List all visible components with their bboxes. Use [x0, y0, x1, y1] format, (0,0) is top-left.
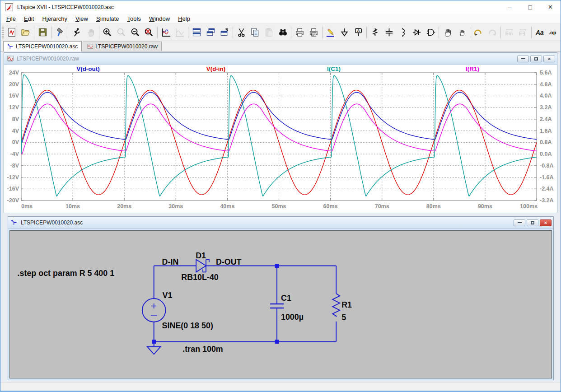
undo-button[interactable]: [472, 26, 486, 39]
step-directive[interactable]: .step oct param R 5 400 1: [18, 269, 115, 278]
menu-hierarchy[interactable]: Hierarchy: [38, 14, 71, 23]
drag-button[interactable]: [454, 26, 468, 39]
toolbar-separator: [157, 27, 158, 38]
v1-refdes[interactable]: V1: [163, 291, 173, 300]
net-label-din[interactable]: D-IN: [162, 257, 179, 266]
place-net-label-button[interactable]: [351, 26, 365, 39]
move-button[interactable]: [440, 26, 454, 39]
c1-refdes[interactable]: C1: [281, 294, 291, 303]
schematic-window-titlebar[interactable]: LTSPICEPW0010020.asc ×: [8, 217, 553, 229]
menu-simulate[interactable]: Simulate: [92, 14, 123, 23]
v1-value[interactable]: SINE(0 18 50): [162, 321, 213, 330]
cascade-windows-button[interactable]: [204, 26, 218, 39]
tile-windows-button[interactable]: [190, 26, 204, 39]
tab-waveform[interactable]: LTSPICEPW0010020.raw: [83, 42, 162, 51]
tran-directive[interactable]: .tran 100m: [182, 345, 223, 354]
close-button[interactable]: ×: [540, 1, 561, 14]
place-inductor-button[interactable]: [396, 26, 410, 39]
maximize-button[interactable]: □: [520, 1, 540, 14]
toolbar-separator: [51, 27, 51, 38]
place-ground-button[interactable]: [337, 26, 351, 39]
open-icon: [20, 27, 31, 37]
y-left-tick-label: -16V: [7, 186, 19, 192]
capacitor-c1[interactable]: [270, 304, 284, 308]
diode-d1[interactable]: [196, 260, 206, 272]
x-tick-label: 80ms: [426, 203, 441, 210]
paste-button: [262, 26, 276, 39]
diode-refdes[interactable]: D1: [196, 251, 206, 260]
copy-button[interactable]: [248, 26, 262, 39]
place-component-button[interactable]: [424, 26, 438, 39]
place-diode-button[interactable]: [410, 26, 424, 39]
place-resistor-button[interactable]: [368, 26, 382, 39]
y-left-tick-label: -20V: [7, 197, 19, 204]
child-minimize-button[interactable]: [517, 56, 529, 62]
r1-refdes[interactable]: R1: [341, 300, 352, 309]
waveform-window-titlebar[interactable]: LTSPICEPW0010020.raw ×: [4, 53, 557, 65]
place-text-icon: [535, 27, 545, 37]
waveform-plot[interactable]: 0ms10ms20ms30ms40ms50ms60ms70ms80ms90ms1…: [4, 65, 557, 213]
menu-view[interactable]: View: [71, 14, 92, 23]
place-capacitor-button[interactable]: [382, 26, 396, 39]
resistor-r1[interactable]: [332, 294, 340, 317]
arrange-windows-button[interactable]: [217, 26, 231, 39]
voltage-source-v1[interactable]: [142, 299, 166, 322]
child-restore-button[interactable]: [530, 56, 542, 62]
new-schematic-icon: [7, 27, 17, 37]
print-button[interactable]: [293, 26, 307, 39]
plot-settings-icon: [174, 27, 185, 37]
run-button[interactable]: [70, 26, 84, 39]
autorange-y-icon: [161, 27, 171, 37]
r1-value[interactable]: 5: [341, 313, 346, 322]
wires[interactable]: [142, 260, 340, 355]
open-button[interactable]: [19, 26, 33, 39]
toolbar-grip[interactable]: [2, 27, 4, 38]
title-bar[interactable]: LTspice XVII - LTSPICEPW0010020.asc – □ …: [0, 0, 561, 14]
net-label-dout[interactable]: D-OUT: [216, 257, 242, 266]
find-button[interactable]: [276, 26, 290, 39]
ltspice-app-window: LTspice XVII - LTSPICEPW0010020.asc – □ …: [0, 0, 561, 392]
spice-directive-button[interactable]: [547, 26, 561, 39]
zoom-out-icon: [130, 27, 140, 37]
place-diode-icon: [411, 27, 422, 37]
c1-value[interactable]: 1000µ: [281, 313, 304, 322]
legend-ic[interactable]: I(C1): [327, 65, 341, 72]
menu-help[interactable]: Help: [174, 14, 194, 23]
zoom-out-button[interactable]: [128, 26, 142, 39]
zoom-in-button[interactable]: [101, 26, 115, 39]
minimize-button[interactable]: –: [500, 1, 520, 14]
autorange-y-button[interactable]: [159, 26, 173, 39]
print-preview-icon: [309, 27, 319, 37]
waveform-window-title: LTSPICEPW0010020.raw: [17, 56, 516, 62]
legend-vout[interactable]: V(d-out): [76, 65, 100, 72]
child-minimize-button[interactable]: [514, 219, 525, 226]
schematic-canvas[interactable]: .step oct param R 5 400 1 D-IN D1 D-OUT …: [9, 230, 552, 378]
menu-tools[interactable]: Tools: [123, 14, 145, 23]
cut-button[interactable]: [234, 26, 248, 39]
menu-edit[interactable]: Edit: [20, 14, 38, 23]
print-preview-button[interactable]: [307, 26, 321, 39]
save-button[interactable]: [36, 26, 50, 39]
child-close-button[interactable]: ×: [540, 219, 552, 226]
new-schematic-button[interactable]: [5, 26, 19, 39]
paste-icon: [264, 27, 274, 37]
legend-vin[interactable]: V(d-in): [206, 65, 226, 72]
child-restore-button[interactable]: [527, 219, 538, 226]
tab-schematic[interactable]: LTSPICEPW0010020.asc: [3, 41, 82, 51]
zoom-full-extents-button[interactable]: [142, 26, 156, 39]
schematic-tab-icon: [7, 43, 14, 50]
edit-pencil-button[interactable]: [324, 26, 338, 39]
control-panel-button[interactable]: [53, 26, 67, 39]
x-tick-label: 20ms: [117, 203, 131, 210]
run-icon: [71, 27, 82, 37]
legend-ir[interactable]: I(R1): [466, 65, 479, 72]
place-text-button[interactable]: [533, 26, 547, 39]
menu-window[interactable]: Window: [145, 14, 174, 23]
place-resistor-icon: [370, 27, 380, 37]
menu-file[interactable]: File: [2, 14, 20, 23]
x-tick-label: 0ms: [21, 203, 33, 210]
diode-model[interactable]: RB10L-40: [181, 273, 219, 282]
schematic-frame: .step oct param R 5 400 1 D-IN D1 D-OUT …: [8, 229, 553, 380]
waveform-window: LTSPICEPW0010020.raw × 0ms10ms20ms30ms40…: [4, 52, 557, 213]
child-close-button[interactable]: ×: [543, 56, 555, 62]
